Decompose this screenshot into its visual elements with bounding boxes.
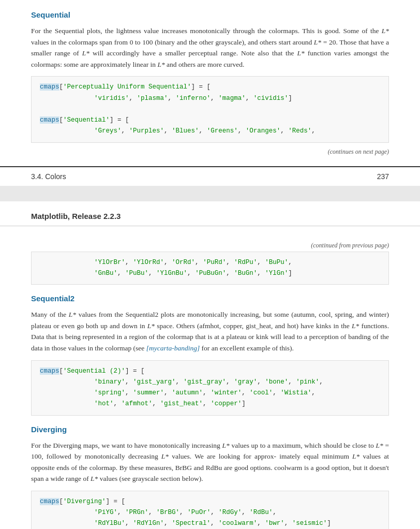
code-text-2b: 'GnBu', 'PuBu', 'YlGnBu', 'PuBuGn', 'BuG… bbox=[40, 270, 292, 277]
mycarta-link[interactable]: [mycarta-banding] bbox=[146, 344, 200, 352]
page1-section: Sequential For the Sequential plots, the… bbox=[0, 0, 420, 161]
code-text-3d: 'hot', 'afmhot', 'gist_heat', 'copper'] bbox=[40, 400, 246, 407]
sequential2-title: Sequential2 bbox=[31, 294, 389, 303]
sequential-title: Sequential bbox=[31, 10, 389, 19]
code-text-3b: 'binary', 'gist_yarg', 'gist_gray', 'gra… bbox=[40, 378, 323, 386]
page2-section: (continued from previous page) 'YlOrBr',… bbox=[0, 231, 420, 529]
code-block-4: cmaps['Diverging'] = [ 'PiYG', 'PRGn', '… bbox=[31, 491, 389, 529]
page-footer-1: 3.4. Colors 237 bbox=[0, 166, 420, 186]
diverging-body: For the Diverging maps, we want to have … bbox=[31, 440, 389, 484]
code-text-1c: ['Sequential'] = [ bbox=[59, 116, 129, 124]
code-text-1b: 'viridis', 'plasma', 'inferno', 'magma',… bbox=[40, 95, 292, 102]
code-block-3: cmaps['Sequential (2)'] = [ 'binary', 'g… bbox=[31, 360, 389, 416]
code-text-1a: ['Perceptually Uniform Sequential'] = [ bbox=[59, 83, 211, 91]
code-text-4b: 'PiYG', 'PRGn', 'BrBG', 'PuOr', 'RdGy', … bbox=[40, 509, 277, 516]
sequential2-body: Many of the L* values from the Sequentia… bbox=[31, 309, 389, 354]
continued-note: (continued from previous page) bbox=[31, 242, 389, 249]
footer-section: 3.4. Colors bbox=[31, 172, 66, 181]
page2-header: Matplotlib, Release 2.2.3 bbox=[0, 201, 420, 226]
code-block-1: cmaps['Perceptually Uniform Sequential']… bbox=[31, 76, 389, 142]
code-text-4c: 'RdYlBu', 'RdYlGn', 'Spectral', 'coolwar… bbox=[40, 520, 331, 527]
code-text-3a: ['Sequential (2)'] = [ bbox=[59, 368, 145, 375]
code-text-1d: 'Greys', 'Purples', 'Blues', 'Greens', '… bbox=[40, 127, 316, 135]
footer-page: 237 bbox=[377, 172, 389, 181]
cmaps-keyword-4: cmaps bbox=[40, 498, 59, 505]
sequential-body: For the Sequential plots, the lightness … bbox=[31, 25, 389, 70]
continues-note: (continues on next page) bbox=[31, 148, 389, 156]
diverging-title: Diverging bbox=[31, 425, 389, 434]
header-title: Matplotlib, Release 2.2.3 bbox=[31, 212, 121, 221]
code-text-3c: 'spring', 'summer', 'autumn', 'winter', … bbox=[40, 389, 316, 396]
cmaps-keyword-3: cmaps bbox=[40, 368, 59, 375]
cmaps-keyword-1: cmaps bbox=[40, 83, 59, 91]
code-text-4a: ['Diverging'] = [ bbox=[59, 498, 126, 505]
code-block-2: 'YlOrBr', 'YlOrRd', 'OrRd', 'PuRd', 'RdP… bbox=[31, 252, 389, 285]
cmaps-keyword-2: cmaps bbox=[40, 116, 59, 124]
code-text-2a: 'YlOrBr', 'YlOrRd', 'OrRd', 'PuRd', 'RdP… bbox=[40, 259, 292, 266]
